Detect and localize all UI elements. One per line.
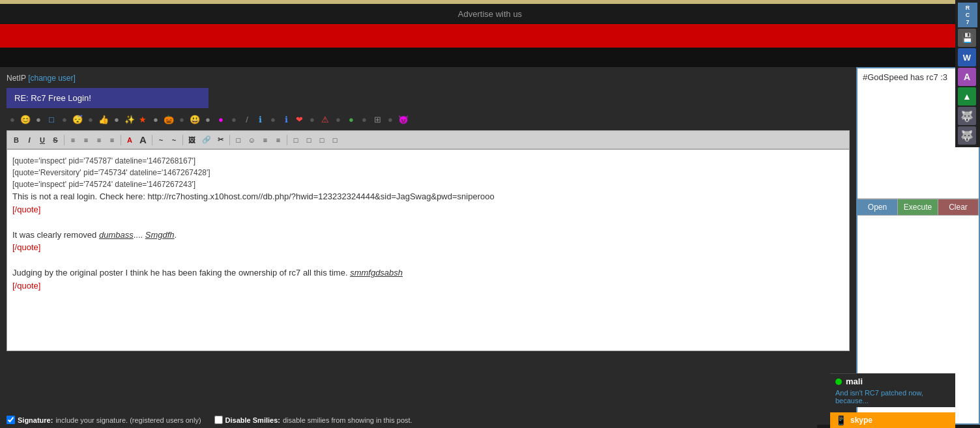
toolbar-sep-4 [182,135,183,145]
emoji-btn-18[interactable]: / [241,113,253,125]
emoji-btn-20[interactable]: ● [267,113,279,125]
chat-panel: mali And isn't RC7 patched now, because.… [830,373,955,407]
red-header-bar [0,24,980,48]
emoji-btn-12[interactable]: 🎃 [163,113,175,125]
advertise-bar: Advertise with us [0,4,980,24]
signature-checkbox-label[interactable]: Signature: include your signature. (regi… [7,416,201,424]
emoji-btn-16[interactable]: ● [215,113,227,125]
word-icon[interactable]: W [958,48,976,66]
emoji-btn-5[interactable]: 😴 [72,113,83,125]
align-right-button[interactable]: ≡ [93,135,105,145]
emoji-btn-19[interactable]: ℹ [254,113,266,125]
content-line-7: It was clearly removed dumbass.... Smgdf… [12,229,844,242]
rc7-label[interactable]: RC7 [958,3,977,27]
username-text: NetIP [7,74,26,83]
quote-line-1: [quote='inspect' pid='745787' dateline='… [12,155,844,167]
insert-link-button[interactable]: 🔗 [199,134,214,145]
spell-check-button[interactable]: □ [316,135,328,145]
advertise-text: Advertise with us [458,9,522,19]
disable-smilies-checkbox-label[interactable]: Disable Smilies: disable smilies from sh… [214,416,412,424]
emoji-btn-9[interactable]: ✨ [124,113,136,125]
font-size-button[interactable]: A [137,133,149,147]
toolbar-sep-5 [229,135,230,145]
content-line-11: [/quote] [12,279,844,292]
source-button[interactable]: □ [329,135,341,145]
signature-label: Signature: [18,416,53,424]
signature-checkbox[interactable] [7,416,15,424]
emoji-btn-24[interactable]: ⚠ [319,113,331,125]
text-icon[interactable]: A [958,68,976,86]
editor-toolbar: B I U S ≡ ≡ ≡ ≡ A A ~ ~ 🖼 🔗 ✂ □ ☺ ≡ ≡ □ [7,130,850,149]
underline-button[interactable]: U [36,135,48,145]
emoji-btn-21[interactable]: ℹ [280,113,292,125]
avatar-1[interactable]: 🐺 [958,107,976,125]
emoji-btn-14[interactable]: 😃 [189,113,201,125]
italic-button[interactable]: I [23,135,35,145]
emoji-btn-22[interactable]: ❤ [293,113,305,125]
highlight-button[interactable]: ~ [168,135,180,145]
emoji-btn-28[interactable]: ⊞ [371,113,383,125]
emoji-btn-17[interactable]: ● [228,113,240,125]
disable-smilies-checkbox[interactable] [214,416,223,424]
toolbar-sep-3 [152,135,152,145]
align-justify-button[interactable]: ≡ [106,135,118,145]
emoji-btn-7[interactable]: 👍 [98,113,109,125]
open-button[interactable]: Open [857,199,898,215]
emoji-bar: ●😊●□●😴●👍●✨★●🎃●😃●●●/ℹ●ℹ❤●⚠●●●⊞●😈 [7,113,850,125]
toolbar-sep-1 [64,135,65,145]
change-user-link[interactable]: [change user] [28,74,76,83]
content-line-6 [12,216,844,229]
align-left-button[interactable]: ≡ [67,135,79,145]
content-line-5: [/quote] [12,203,844,216]
emoji-btn-15[interactable]: ● [202,113,214,125]
bold-button[interactable]: B [10,135,22,145]
user-info: NetIP [change user] [7,74,850,83]
avatar-2[interactable]: 🐺 [958,126,976,145]
list-ul-button[interactable]: ≡ [272,135,284,145]
cloud-icon[interactable]: ▲ [958,87,976,106]
emoji-btn-2[interactable]: ● [33,113,44,125]
code-button[interactable]: □ [290,135,302,145]
editor-content[interactable]: [quote='inspect' pid='745787' dateline='… [7,149,850,351]
emoji-btn-6[interactable]: ● [85,113,96,125]
emoji-btn-3[interactable]: □ [46,113,57,125]
strikethrough-button[interactable]: S [50,135,61,145]
script-buttons: Open Execute Clear [857,199,979,215]
emoji-btn-26[interactable]: ● [345,113,357,125]
emoji-btn-27[interactable]: ● [358,113,370,125]
execute-button[interactable]: Execute [898,199,938,215]
save-icon[interactable]: 💾 [958,29,976,47]
align-center-button[interactable]: ≡ [80,135,92,145]
unlink-button[interactable]: ✂ [215,134,227,145]
emoji-btn-23[interactable]: ● [306,113,318,125]
insert-image-button[interactable]: 🖼 [186,135,198,145]
quote-button[interactable]: □ [303,135,315,145]
chat-preview: And isn't RC7 patched now, because... [830,389,955,407]
quote-line-3: [quote='inspect' pid='745724' dateline='… [12,178,844,190]
emoji-btn-10[interactable]: ★ [137,113,149,125]
font-color-button[interactable]: A [124,135,136,145]
content-line-8: [/quote] [12,241,844,254]
chat-user-row[interactable]: mali [830,374,955,389]
emoji-picker-button[interactable]: ☺ [246,135,258,145]
clear-button[interactable]: Clear [938,199,979,215]
table-button[interactable]: □ [233,135,244,145]
emoji-btn-25[interactable]: ● [332,113,344,125]
emoji-btn-13[interactable]: ● [176,113,188,125]
emoji-btn-4[interactable]: ● [59,113,70,125]
disable-smilies-label: Disable Smilies: [225,416,280,424]
emoji-btn-30[interactable]: 😈 [397,113,409,125]
emoji-btn-11[interactable]: ● [150,113,162,125]
skype-label: skype [850,416,872,425]
list-ol-button[interactable]: ≡ [259,135,271,145]
strike2-button[interactable]: ~ [155,135,167,145]
emoji-btn-29[interactable]: ● [384,113,396,125]
quote-line-2: [quote='Reversitory' pid='745734' dateli… [12,167,844,178]
emoji-btn-0[interactable]: ● [7,113,18,125]
emoji-btn-8[interactable]: ● [111,113,122,125]
signature-desc: include your signature. (registered user… [55,416,201,424]
emoji-btn-1[interactable]: 😊 [20,113,31,125]
side-icons-panel: RC7 💾 W A ▲ 🐺 🐺 [955,0,980,147]
content-line-10: Judging by the original poster I think h… [12,266,844,279]
chat-status-indicator [835,378,842,385]
